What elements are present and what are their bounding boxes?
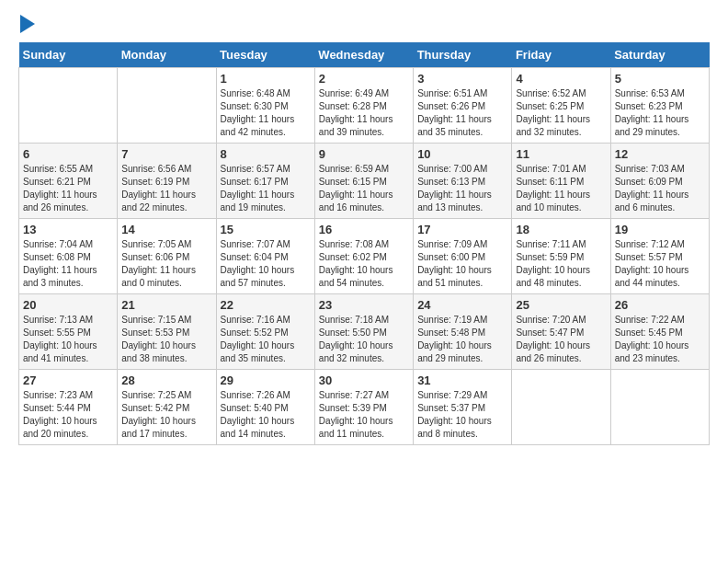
- day-info: Sunrise: 7:12 AM Sunset: 5:57 PM Dayligh…: [615, 238, 705, 290]
- day-number: 21: [121, 298, 211, 312]
- day-info: Sunrise: 6:49 AM Sunset: 6:28 PM Dayligh…: [319, 87, 409, 139]
- day-info: Sunrise: 7:07 AM Sunset: 6:04 PM Dayligh…: [221, 238, 311, 290]
- day-info: Sunrise: 7:27 AM Sunset: 5:39 PM Dayligh…: [319, 389, 409, 441]
- day-number: 15: [221, 223, 311, 236]
- day-number: 1: [221, 72, 311, 86]
- day-number: 31: [417, 373, 507, 387]
- calendar-cell: 17Sunrise: 7:09 AM Sunset: 6:00 PM Dayli…: [414, 219, 512, 294]
- day-header-wednesday: Wednesday: [314, 42, 413, 68]
- calendar-cell: [118, 68, 216, 144]
- day-header-friday: Friday: [512, 42, 610, 68]
- day-info: Sunrise: 6:52 AM Sunset: 6:25 PM Dayligh…: [516, 87, 606, 139]
- calendar-cell: 4Sunrise: 6:52 AM Sunset: 6:25 PM Daylig…: [512, 68, 610, 144]
- day-number: 5: [615, 72, 705, 86]
- day-number: 2: [319, 72, 409, 86]
- calendar-cell: 28Sunrise: 7:25 AM Sunset: 5:42 PM Dayli…: [118, 370, 216, 445]
- day-number: 29: [221, 373, 311, 387]
- calendar-cell: 5Sunrise: 6:53 AM Sunset: 6:23 PM Daylig…: [610, 68, 709, 144]
- week-row-3: 13Sunrise: 7:04 AM Sunset: 6:08 PM Dayli…: [19, 219, 710, 294]
- day-number: 20: [23, 298, 113, 312]
- day-header-thursday: Thursday: [414, 42, 512, 68]
- day-number: 4: [516, 72, 606, 86]
- calendar-cell: 6Sunrise: 6:55 AM Sunset: 6:21 PM Daylig…: [19, 144, 118, 219]
- calendar-cell: 11Sunrise: 7:01 AM Sunset: 6:11 PM Dayli…: [512, 144, 610, 219]
- calendar-cell: 19Sunrise: 7:12 AM Sunset: 5:57 PM Dayli…: [610, 219, 709, 294]
- calendar-cell: 1Sunrise: 6:48 AM Sunset: 6:30 PM Daylig…: [216, 68, 314, 144]
- calendar-cell: 27Sunrise: 7:23 AM Sunset: 5:44 PM Dayli…: [19, 370, 118, 445]
- calendar-cell: 8Sunrise: 6:57 AM Sunset: 6:17 PM Daylig…: [216, 144, 314, 219]
- week-row-2: 6Sunrise: 6:55 AM Sunset: 6:21 PM Daylig…: [19, 144, 710, 219]
- day-info: Sunrise: 7:25 AM Sunset: 5:42 PM Dayligh…: [121, 389, 211, 441]
- calendar-cell: 16Sunrise: 7:08 AM Sunset: 6:02 PM Dayli…: [314, 219, 413, 294]
- day-number: 22: [221, 298, 311, 312]
- day-number: 18: [516, 223, 606, 236]
- page-header: [18, 18, 710, 33]
- day-info: Sunrise: 7:20 AM Sunset: 5:47 PM Dayligh…: [516, 314, 606, 365]
- calendar-cell: 29Sunrise: 7:26 AM Sunset: 5:40 PM Dayli…: [216, 370, 314, 445]
- day-info: Sunrise: 7:19 AM Sunset: 5:48 PM Dayligh…: [417, 314, 507, 365]
- week-row-1: 1Sunrise: 6:48 AM Sunset: 6:30 PM Daylig…: [19, 68, 710, 144]
- day-info: Sunrise: 7:05 AM Sunset: 6:06 PM Dayligh…: [121, 238, 211, 290]
- day-info: Sunrise: 6:56 AM Sunset: 6:19 PM Dayligh…: [121, 163, 211, 214]
- day-info: Sunrise: 7:00 AM Sunset: 6:13 PM Dayligh…: [417, 163, 507, 214]
- calendar-cell: 24Sunrise: 7:19 AM Sunset: 5:48 PM Dayli…: [414, 294, 512, 370]
- day-number: 7: [121, 147, 211, 161]
- day-number: 14: [121, 223, 211, 236]
- day-number: 19: [615, 223, 705, 236]
- logo-arrow-icon: [20, 15, 35, 33]
- week-row-4: 20Sunrise: 7:13 AM Sunset: 5:55 PM Dayli…: [19, 294, 710, 370]
- day-info: Sunrise: 7:18 AM Sunset: 5:50 PM Dayligh…: [319, 314, 409, 365]
- day-info: Sunrise: 7:22 AM Sunset: 5:45 PM Dayligh…: [615, 314, 705, 365]
- day-info: Sunrise: 7:08 AM Sunset: 6:02 PM Dayligh…: [319, 238, 409, 290]
- day-number: 10: [417, 147, 507, 161]
- calendar-cell: 15Sunrise: 7:07 AM Sunset: 6:04 PM Dayli…: [216, 219, 314, 294]
- day-number: 3: [417, 72, 507, 86]
- day-number: 12: [615, 147, 705, 161]
- day-info: Sunrise: 6:53 AM Sunset: 6:23 PM Dayligh…: [615, 87, 705, 139]
- day-number: 17: [417, 223, 507, 236]
- calendar-cell: 9Sunrise: 6:59 AM Sunset: 6:15 PM Daylig…: [314, 144, 413, 219]
- day-number: 27: [23, 373, 113, 387]
- day-info: Sunrise: 7:01 AM Sunset: 6:11 PM Dayligh…: [516, 163, 606, 214]
- day-number: 24: [417, 298, 507, 312]
- calendar-cell: 20Sunrise: 7:13 AM Sunset: 5:55 PM Dayli…: [19, 294, 118, 370]
- calendar-cell: [610, 370, 709, 445]
- calendar-cell: [512, 370, 610, 445]
- calendar-cell: 31Sunrise: 7:29 AM Sunset: 5:37 PM Dayli…: [414, 370, 512, 445]
- day-number: 16: [319, 223, 409, 236]
- day-info: Sunrise: 7:23 AM Sunset: 5:44 PM Dayligh…: [23, 389, 113, 441]
- day-header-sunday: Sunday: [19, 42, 118, 68]
- calendar-cell: 30Sunrise: 7:27 AM Sunset: 5:39 PM Dayli…: [314, 370, 413, 445]
- day-info: Sunrise: 7:16 AM Sunset: 5:52 PM Dayligh…: [221, 314, 311, 365]
- calendar-cell: 2Sunrise: 6:49 AM Sunset: 6:28 PM Daylig…: [314, 68, 413, 144]
- day-header-tuesday: Tuesday: [216, 42, 314, 68]
- day-number: 28: [121, 373, 211, 387]
- calendar-cell: 13Sunrise: 7:04 AM Sunset: 6:08 PM Dayli…: [19, 219, 118, 294]
- calendar-cell: [19, 68, 118, 144]
- calendar-cell: 26Sunrise: 7:22 AM Sunset: 5:45 PM Dayli…: [610, 294, 709, 370]
- day-info: Sunrise: 7:11 AM Sunset: 5:59 PM Dayligh…: [516, 238, 606, 290]
- calendar-cell: 14Sunrise: 7:05 AM Sunset: 6:06 PM Dayli…: [118, 219, 216, 294]
- day-number: 11: [516, 147, 606, 161]
- day-number: 25: [516, 298, 606, 312]
- day-number: 23: [319, 298, 409, 312]
- calendar-cell: 18Sunrise: 7:11 AM Sunset: 5:59 PM Dayli…: [512, 219, 610, 294]
- calendar-cell: 12Sunrise: 7:03 AM Sunset: 6:09 PM Dayli…: [610, 144, 709, 219]
- day-info: Sunrise: 7:15 AM Sunset: 5:53 PM Dayligh…: [121, 314, 211, 365]
- days-header-row: SundayMondayTuesdayWednesdayThursdayFrid…: [19, 42, 710, 68]
- calendar-table: SundayMondayTuesdayWednesdayThursdayFrid…: [18, 42, 710, 445]
- day-info: Sunrise: 6:51 AM Sunset: 6:26 PM Dayligh…: [417, 87, 507, 139]
- calendar-cell: 23Sunrise: 7:18 AM Sunset: 5:50 PM Dayli…: [314, 294, 413, 370]
- day-number: 13: [23, 223, 113, 236]
- day-info: Sunrise: 6:48 AM Sunset: 6:30 PM Dayligh…: [221, 87, 311, 139]
- day-number: 30: [319, 373, 409, 387]
- week-row-5: 27Sunrise: 7:23 AM Sunset: 5:44 PM Dayli…: [19, 370, 710, 445]
- day-info: Sunrise: 7:13 AM Sunset: 5:55 PM Dayligh…: [23, 314, 113, 365]
- day-number: 9: [319, 147, 409, 161]
- calendar-cell: 7Sunrise: 6:56 AM Sunset: 6:19 PM Daylig…: [118, 144, 216, 219]
- day-info: Sunrise: 7:03 AM Sunset: 6:09 PM Dayligh…: [615, 163, 705, 214]
- calendar-cell: 10Sunrise: 7:00 AM Sunset: 6:13 PM Dayli…: [414, 144, 512, 219]
- day-header-saturday: Saturday: [610, 42, 709, 68]
- day-number: 6: [23, 147, 113, 161]
- day-number: 8: [221, 147, 311, 161]
